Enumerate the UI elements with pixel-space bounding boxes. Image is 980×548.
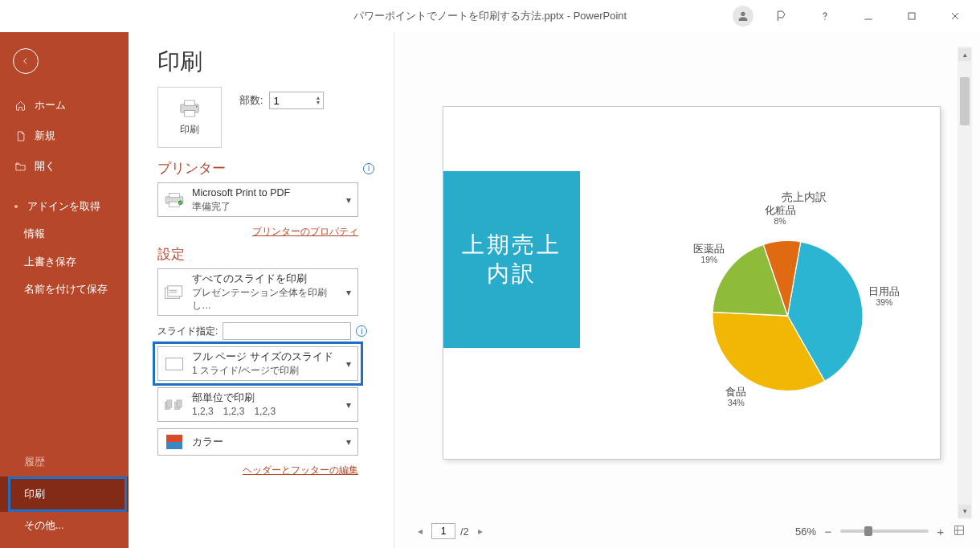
zoom-slider[interactable] <box>840 530 929 533</box>
zoom-in-button[interactable]: + <box>935 525 946 538</box>
scroll-up-button[interactable]: ▴ <box>958 48 971 61</box>
printer-properties-link[interactable]: プリンターのプロパティ <box>252 226 358 237</box>
sidebar-label-addins: アドインを取得 <box>27 200 100 213</box>
preview-vertical-scrollbar[interactable]: ▴ ▾ <box>958 47 972 519</box>
pie-slice-value: 34% <box>728 399 745 407</box>
help-button[interactable] <box>806 0 843 32</box>
svg-rect-14 <box>168 286 182 296</box>
account-avatar[interactable] <box>733 6 753 27</box>
chevron-down-icon: ▾ <box>345 358 353 370</box>
sidebar-item-print[interactable]: 印刷 <box>0 476 129 512</box>
chevron-down-icon: ▾ <box>345 399 353 411</box>
slide-range-info-icon[interactable]: i <box>356 325 367 337</box>
pie-slice-value: 8% <box>774 217 786 226</box>
prev-page-button[interactable]: ◂ <box>414 523 427 539</box>
page-title: 印刷 <box>157 47 374 77</box>
coming-soon-icon[interactable] <box>763 0 800 32</box>
print-range-main: すべてのスライドを印刷 <box>192 272 338 286</box>
collation-main: 部単位で印刷 <box>192 391 338 405</box>
sidebar-item-more[interactable]: その他... <box>0 512 129 548</box>
sidebar-item-get-addins[interactable]: アドインを取得 <box>0 193 129 220</box>
backstage-sidebar: ホーム 新規 開く アドインを取得 情報 上書き保存 名前を付けて保存 履歴 印… <box>0 32 129 548</box>
svg-rect-7 <box>185 110 195 117</box>
fit-to-window-button[interactable] <box>953 524 966 539</box>
print-settings-panel: 印刷 印刷 部数: 1 ▴▾ プリンター i Microsoft <box>129 32 394 548</box>
pie-slice-label: 医薬品 <box>693 243 725 255</box>
zoom-out-button[interactable]: − <box>823 525 834 538</box>
collate-icon <box>163 395 186 415</box>
new-indicator-dot <box>14 205 18 208</box>
pie-slice-value: 19% <box>700 256 717 264</box>
pie-slice-value: 39% <box>876 298 892 307</box>
print-button[interactable]: 印刷 <box>157 87 222 148</box>
scrollbar-thumb[interactable] <box>960 77 970 125</box>
sidebar-label-new: 新規 <box>35 129 55 143</box>
print-button-label: 印刷 <box>180 123 199 137</box>
slide-range-input[interactable] <box>223 322 351 340</box>
title-bar: パワーポイントでノートを印刷する方法.pptx - PowerPoint <box>0 0 980 32</box>
scroll-down-button[interactable]: ▾ <box>958 505 971 517</box>
collation-dropdown[interactable]: 部単位で印刷 1,2,3 1,2,3 1,2,3 ▾ <box>157 387 358 422</box>
minimize-button[interactable] <box>850 0 887 32</box>
section-title-settings: 設定 <box>157 245 374 264</box>
printer-info-icon[interactable]: i <box>363 163 374 174</box>
copies-label: 部数: <box>239 94 263 108</box>
chart-title: 売上内訳 <box>700 190 908 205</box>
printer-dropdown[interactable]: Microsoft Print to PDF 準備完了 ▾ <box>157 182 358 217</box>
print-range-dropdown[interactable]: すべてのスライドを印刷 プレゼンテーション全体を印刷し… ▾ <box>157 268 358 316</box>
color-main: カラー <box>192 436 338 449</box>
svg-rect-15 <box>169 289 178 290</box>
chevron-down-icon: ▾ <box>345 436 353 448</box>
spinner-arrows-icon: ▴▾ <box>316 96 320 105</box>
window-title: パワーポイントでノートを印刷する方法.pptx - PowerPoint <box>353 9 627 23</box>
sidebar-item-history[interactable]: 履歴 <box>0 448 129 476</box>
pie-slice-label: 食品 <box>725 386 746 398</box>
svg-rect-16 <box>169 292 178 292</box>
zoom-slider-knob[interactable] <box>864 526 872 536</box>
slide-preview-page: 上期売上 内訳 売上内訳 日用品39%食品34%医薬品19%化粧品8% <box>443 106 941 460</box>
copies-value: 1 <box>273 95 279 107</box>
full-page-slide-icon <box>163 354 186 374</box>
sidebar-item-info[interactable]: 情報 <box>0 220 129 247</box>
zoom-value: 56% <box>795 526 816 538</box>
sidebar-item-save-as[interactable]: 名前を付けて保存 <box>0 276 129 303</box>
copies-spinner[interactable]: 1 ▴▾ <box>269 92 324 109</box>
sidebar-item-open[interactable]: 開く <box>0 151 129 182</box>
svg-rect-10 <box>169 193 180 197</box>
pie-chart: 日用品39%食品34%医薬品19%化粧品8% <box>676 211 909 420</box>
layout-sub: 1 スライド/ページで印刷 <box>192 364 338 377</box>
svg-rect-6 <box>185 100 195 105</box>
close-button[interactable] <box>937 0 974 32</box>
sidebar-label-home: ホーム <box>35 98 66 112</box>
layout-dropdown[interactable]: フル ページ サイズのスライド 1 スライド/ページで印刷 ▾ <box>157 346 358 381</box>
svg-rect-2 <box>909 13 915 19</box>
svg-rect-19 <box>167 400 172 407</box>
titlebar-right-cluster <box>733 0 980 32</box>
back-button[interactable] <box>13 48 39 74</box>
current-page-input[interactable] <box>431 523 455 539</box>
slide-title-text: 上期売上 内訳 <box>462 231 561 289</box>
layout-main: フル ページ サイズのスライド <box>192 350 338 364</box>
color-dropdown[interactable]: カラー ▾ <box>157 428 358 456</box>
page-total: /2 <box>460 526 469 538</box>
maximize-button[interactable] <box>893 0 930 32</box>
sidebar-item-new[interactable]: 新規 <box>0 121 129 151</box>
chevron-down-icon: ▾ <box>345 287 353 298</box>
preview-footer: ◂ /2 ▸ 56% − + <box>410 519 972 543</box>
slide-title-band: 上期売上 内訳 <box>443 171 580 348</box>
chevron-down-icon: ▾ <box>345 194 353 206</box>
sidebar-item-save[interactable]: 上書き保存 <box>0 248 129 276</box>
printer-status: 準備完了 <box>192 200 338 213</box>
pie-slice-label: 日用品 <box>868 285 900 297</box>
slides-stack-icon <box>163 283 186 302</box>
svg-rect-21 <box>177 400 182 407</box>
sidebar-item-home[interactable]: ホーム <box>0 90 129 121</box>
print-range-sub: プレゼンテーション全体を印刷し… <box>192 286 338 312</box>
pie-slice-label: 化粧品 <box>764 204 795 216</box>
preview-canvas: 上期売上 内訳 売上内訳 日用品39%食品34%医薬品19%化粧品8% ▴ ▾ <box>410 47 972 519</box>
edit-header-footer-link[interactable]: ヘッダーとフッターの編集 <box>243 464 358 476</box>
collation-sub: 1,2,3 1,2,3 1,2,3 <box>192 405 338 418</box>
next-page-button[interactable]: ▸ <box>474 523 487 539</box>
section-title-printer: プリンター i <box>157 159 374 178</box>
svg-point-8 <box>196 105 198 107</box>
